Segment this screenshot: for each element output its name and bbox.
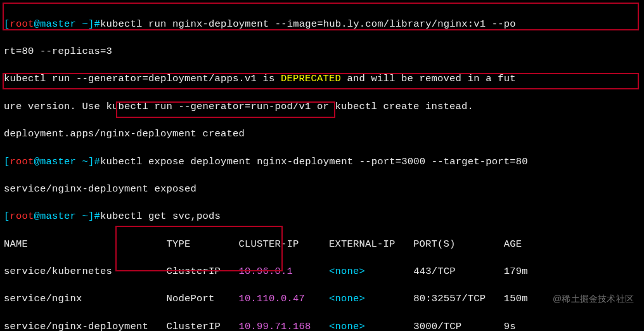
svc-row-2: service/nginx-deployment ClusterIP 10.99… bbox=[4, 320, 640, 331]
svc-row-1: service/nginx NodePort 10.110.0.47 <none… bbox=[4, 292, 640, 306]
line-2-out: service/nginx-deployment exposed bbox=[4, 183, 640, 197]
svc-row-0: service/kubernetes ClusterIP 10.96.0.1 <… bbox=[4, 265, 640, 279]
line-3: [root@master ~]#kubectl get svc,pods bbox=[4, 210, 640, 224]
line-2: [root@master ~]#kubectl expose deploymen… bbox=[4, 155, 640, 169]
terminal[interactable]: [root@master ~]#kubectl run nginx-deploy… bbox=[4, 4, 640, 331]
deprecated-1: kubectl run --generator=deployment/apps.… bbox=[4, 72, 640, 86]
svc-header: NAME TYPE CLUSTER-IP EXTERNAL-IP PORT(S)… bbox=[4, 238, 640, 252]
line-1-wrap: rt=80 --replicas=3 bbox=[4, 45, 640, 59]
line-1: [root@master ~]#kubectl run nginx-deploy… bbox=[4, 18, 640, 32]
watermark: @稀土掘金技术社区 bbox=[553, 293, 634, 306]
deprecated-3: deployment.apps/nginx-deployment created bbox=[4, 127, 640, 141]
deprecated-2: ure version. Use kubectl run --generator… bbox=[4, 100, 640, 114]
